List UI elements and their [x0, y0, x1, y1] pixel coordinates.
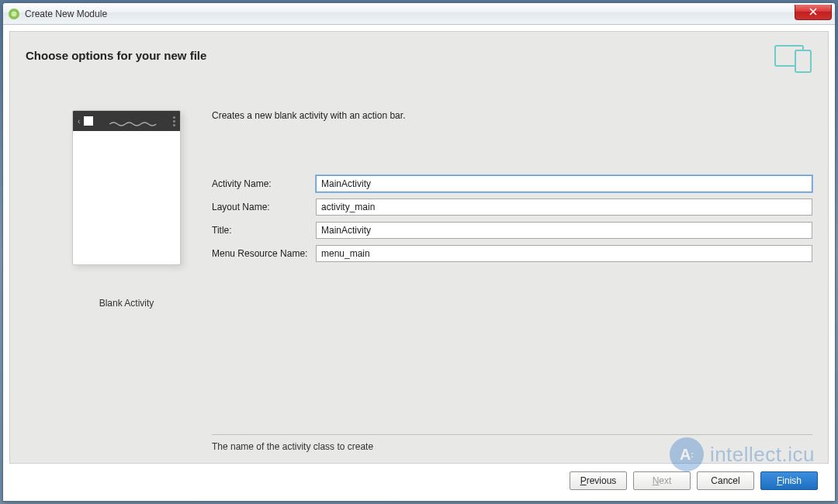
title-input[interactable]: [316, 222, 812, 239]
preview-caption: Blank Activity: [99, 298, 154, 309]
title-wave-icon: [100, 119, 166, 123]
form-description: Creates a new blank activity with an act…: [212, 110, 812, 121]
close-button[interactable]: [795, 5, 832, 20]
layout-name-row: Layout Name:: [212, 198, 812, 216]
title-bar[interactable]: Create New Module: [3, 3, 835, 25]
activity-name-input[interactable]: [316, 175, 812, 192]
previous-button[interactable]: Previous: [570, 471, 627, 490]
svg-point-1: [12, 11, 17, 16]
next-button: Next: [633, 471, 691, 490]
activity-name-row: Activity Name:: [212, 175, 812, 192]
menu-resource-label: Menu Resource Name:: [212, 248, 316, 259]
overflow-dots-icon: [173, 116, 175, 126]
help-area: The name of the activity class to create: [212, 434, 812, 463]
app-icon: [8, 8, 20, 20]
activity-preview: ‹: [72, 110, 181, 265]
svg-rect-3: [795, 50, 811, 72]
form-fields: Activity Name: Layout Name: Title: Menu …: [212, 175, 812, 268]
dialog-window: Create New Module Choose options for you…: [2, 2, 836, 502]
cancel-button[interactable]: Cancel: [697, 471, 754, 490]
dialog-content: Choose options for your new file ‹: [9, 31, 829, 464]
menu-resource-row: Menu Resource Name:: [212, 245, 812, 262]
help-separator: [212, 434, 812, 435]
app-square-icon: [84, 116, 93, 126]
window-title: Create New Module: [25, 9, 795, 19]
main-body: ‹ Blank Activity Creates a new blank act…: [10, 62, 828, 463]
title-row: Title:: [212, 222, 812, 239]
title-label: Title:: [212, 225, 316, 236]
activity-name-label: Activity Name:: [212, 178, 316, 189]
header-area: Choose options for your new file: [10, 32, 828, 62]
help-text: The name of the activity class to create: [212, 441, 812, 463]
back-chevron-icon: ‹: [78, 117, 80, 126]
form-column: Creates a new blank activity with an act…: [212, 110, 812, 463]
layout-name-label: Layout Name:: [212, 202, 316, 212]
preview-action-bar: ‹: [73, 111, 180, 131]
preview-column: ‹ Blank Activity: [26, 110, 196, 463]
layout-name-input[interactable]: [316, 198, 812, 216]
button-bar: Previous Next Cancel Finish: [9, 468, 829, 495]
menu-resource-input[interactable]: [316, 245, 812, 262]
finish-button[interactable]: Finish: [760, 471, 818, 490]
devices-icon: [774, 43, 814, 74]
page-title: Choose options for your new file: [26, 49, 812, 62]
